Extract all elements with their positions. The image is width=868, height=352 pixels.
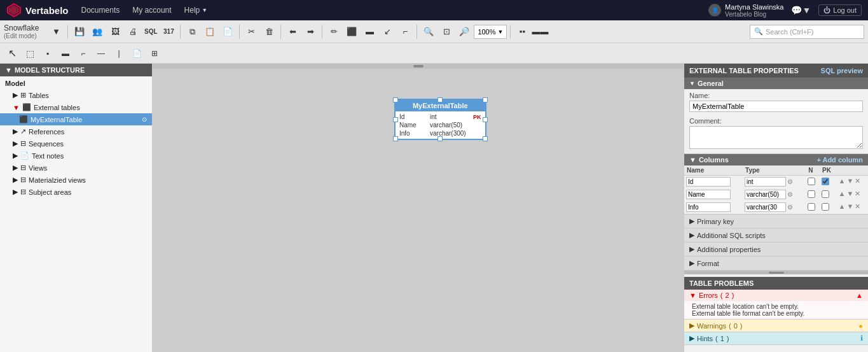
share-btn[interactable]: 👥 (89, 24, 106, 40)
note-btn[interactable]: 📄 (128, 45, 145, 62)
redo-btn[interactable]: ➡ (302, 24, 319, 40)
resize-tl[interactable] (393, 97, 398, 102)
sidebar-item-subjectareas[interactable]: ▶ ⊟ Subject areas (0, 186, 152, 198)
cut-btn[interactable]: ✂ (243, 24, 259, 40)
resize-bm[interactable] (437, 136, 443, 141)
nav-documents[interactable]: Documents (81, 6, 120, 15)
col-pk-info-check[interactable] (822, 203, 829, 211)
cursor-btn[interactable]: ↖ (4, 45, 20, 62)
sidebar-item-textnotes[interactable]: ▶ 📄 Text notes (0, 150, 152, 162)
sidebar-item-matviews[interactable]: ▶ ⊟ Materialzied views (0, 174, 152, 186)
layout2-btn[interactable]: ▬▬ (532, 24, 548, 40)
col-type-id-settings[interactable]: ⚙ (787, 178, 793, 185)
canvas-area[interactable]: MyExternalTable Id int PK Name varchar(5… (153, 64, 684, 352)
resize-bl[interactable] (393, 136, 398, 141)
col-type-info-settings[interactable]: ⚙ (787, 204, 793, 211)
zoom-out-btn[interactable]: 🔎 (456, 24, 472, 40)
vertical-resize[interactable] (684, 271, 868, 274)
table-row: Name varchar(50) (398, 121, 483, 129)
resize-br[interactable] (483, 136, 488, 141)
align4-btn[interactable]: ⌐ (397, 24, 413, 40)
sidebar-item-external-tables[interactable]: ▼ ⬛ External tables (0, 101, 152, 113)
cross-btn[interactable]: ⊞ (146, 45, 163, 62)
logout-button[interactable]: ⏻ Log out (818, 4, 862, 16)
paste2-btn[interactable]: 📄 (219, 24, 236, 40)
select-btn[interactable]: ⬚ (22, 45, 38, 62)
col-name-info-input[interactable] (686, 202, 731, 212)
col-type-name-settings[interactable]: ⚙ (787, 191, 793, 198)
additional-props-section[interactable]: ▶ Additional properties (684, 243, 868, 257)
dropdown-btn[interactable]: ▼ (48, 24, 64, 40)
name-input[interactable] (689, 101, 863, 112)
col-id-down[interactable]: ▼ (846, 177, 853, 185)
additional-sql-section[interactable]: ▶ Additional SQL scripts (684, 229, 868, 243)
corner-btn[interactable]: ⌐ (75, 45, 92, 62)
view-btn[interactable]: ▬ (57, 45, 74, 62)
col-pk-name-check[interactable] (822, 190, 829, 198)
save-btn[interactable]: 💾 (71, 24, 88, 40)
col-name-delete[interactable]: ✕ (855, 190, 860, 198)
align-center-btn[interactable]: ▬ (361, 24, 378, 40)
format-section[interactable]: ▶ Format (684, 257, 868, 271)
comment-button[interactable]: 💬▼ (791, 5, 811, 15)
image-btn[interactable]: 🖼 (107, 24, 123, 40)
resize-tr[interactable] (483, 97, 488, 102)
col-id-delete[interactable]: ✕ (855, 177, 860, 185)
hints-header[interactable]: ▶ Hints (1) ℹ (684, 332, 868, 344)
col-info-down[interactable]: ▼ (846, 202, 853, 211)
col-type-name-input[interactable] (745, 190, 786, 199)
sidebar-item-views[interactable]: ▶ ⊟ Views (0, 162, 152, 174)
sql-preview-btn[interactable]: SQL preview (821, 67, 863, 74)
sidebar-item-references[interactable]: ▶ ↗ References (0, 125, 152, 137)
zoom-box[interactable]: 100% ▼ (474, 25, 507, 39)
align-left-btn[interactable]: ⬛ (343, 24, 360, 40)
fit-btn[interactable]: ⊡ (438, 24, 455, 40)
sidebar-item-sequences[interactable]: ▶ ⊟ Sequences (0, 137, 152, 150)
undo-btn[interactable]: ⬅ (284, 24, 301, 40)
delete-btn[interactable]: 🗑 (261, 24, 277, 40)
resize-tm[interactable] (437, 97, 443, 102)
col-type-id-input[interactable] (745, 177, 786, 187)
col-pk-id-check[interactable] (822, 178, 829, 185)
comment-textarea[interactable] (689, 126, 863, 149)
add-column-btn[interactable]: + Add column (816, 156, 863, 164)
search-placeholder[interactable]: Search (Ctrl+F) (766, 28, 814, 36)
col-info-up[interactable]: ▲ (839, 202, 846, 211)
print-btn[interactable]: 🖨 (125, 24, 141, 40)
col-section-header[interactable]: ▼ Columns + Add column (684, 154, 868, 165)
paste-btn[interactable]: 📋 (202, 24, 218, 40)
general-arrow: ▼ (689, 80, 695, 87)
zoom-in-btn[interactable]: 🔍 (420, 24, 437, 40)
ext-table-box[interactable]: MyExternalTable Id int PK Name varchar(5… (394, 99, 486, 140)
nav-help[interactable]: Help ▼ (184, 6, 208, 15)
col-n-id-check[interactable] (808, 178, 815, 185)
vline-btn[interactable]: | (111, 45, 127, 62)
col-n-name-check[interactable] (808, 190, 815, 198)
primary-key-section[interactable]: ▶ Primary key (684, 215, 868, 229)
col-name-up[interactable]: ▲ (839, 190, 846, 198)
col-name-down[interactable]: ▼ (846, 190, 853, 198)
col-info-delete[interactable]: ✕ (855, 202, 860, 211)
copy-btn[interactable]: ⧉ (184, 24, 200, 40)
hints-collapse-icon: ▶ (689, 334, 694, 342)
sql-btn[interactable]: SQL (142, 24, 159, 40)
hline-btn[interactable]: — (93, 45, 109, 62)
col-name-id-input[interactable] (686, 177, 731, 187)
errors-header[interactable]: ▼ Errors (2) ▲ (684, 290, 868, 301)
nav-myaccount[interactable]: My account (132, 6, 171, 15)
pencil-btn[interactable]: ✏ (326, 24, 342, 40)
align3-btn[interactable]: ↙ (379, 24, 396, 40)
layout1-btn[interactable]: ▪▪ (514, 24, 530, 40)
resize-mr[interactable] (483, 117, 488, 122)
rp-general-header[interactable]: ▼ General (684, 78, 868, 89)
resize-ml[interactable] (393, 117, 398, 122)
col-type-info-input[interactable] (745, 202, 786, 212)
sidebar-item-tables[interactable]: ▶ ⊞ Tables (0, 89, 152, 101)
317-btn[interactable]: 317 (160, 24, 177, 40)
table-btn[interactable]: ▪ (39, 45, 56, 62)
warnings-header[interactable]: ▶ Warnings (0) ● (684, 320, 868, 332)
col-n-info-check[interactable] (808, 203, 815, 211)
col-id-up[interactable]: ▲ (839, 177, 846, 185)
col-name-name-input[interactable] (686, 190, 731, 199)
sidebar-item-myexternaltable[interactable]: ⬛ MyExternalTable ⊙ (0, 113, 152, 125)
